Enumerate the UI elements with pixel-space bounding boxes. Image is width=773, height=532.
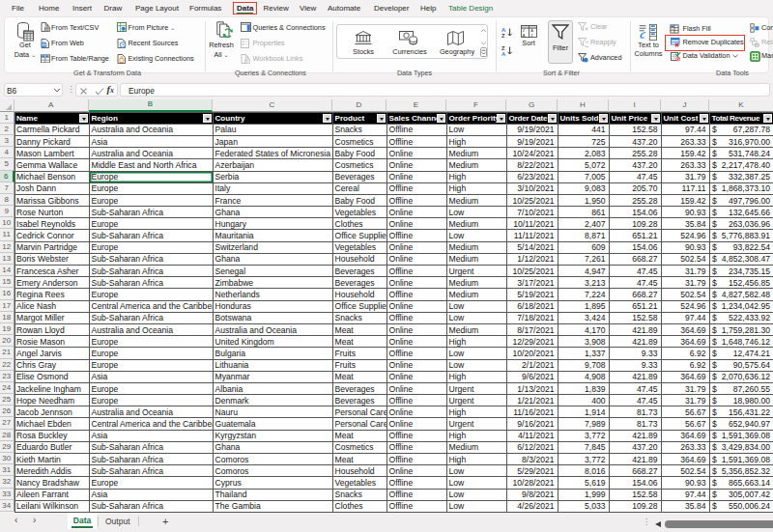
svg-text:A: A xyxy=(501,50,506,55)
svg-text:Z: Z xyxy=(501,32,505,37)
svg-text:A: A xyxy=(522,33,525,38)
